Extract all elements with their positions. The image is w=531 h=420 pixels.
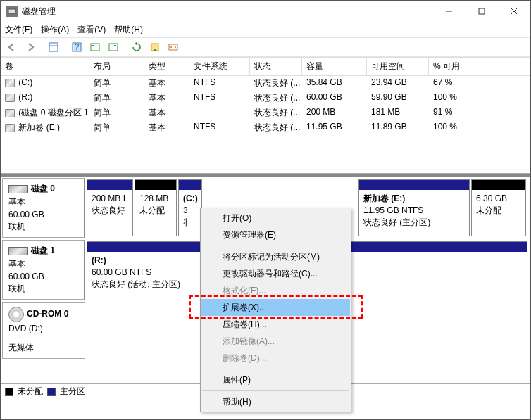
dvd-icon (8, 307, 24, 322)
ctx-format[interactable]: 格式化(F)... (201, 282, 350, 299)
menu-view[interactable]: 查看(V) (77, 24, 106, 36)
back-button[interactable] (4, 39, 20, 55)
tb-icon-7[interactable] (165, 39, 182, 55)
svg-rect-10 (92, 45, 94, 46)
ctx-open[interactable]: 打开(O) (201, 210, 350, 227)
toolbar: ? (1, 37, 530, 57)
svg-rect-14 (169, 44, 177, 50)
col-free[interactable]: 可用空间 (367, 58, 429, 75)
disk-icon (8, 185, 28, 193)
ctx-properties[interactable]: 属性(P) (201, 371, 350, 388)
partition[interactable]: 128 MB未分配 (135, 179, 177, 236)
svg-point-16 (175, 46, 176, 48)
ctx-extend[interactable]: 扩展卷(X)... (201, 299, 350, 316)
ctx-mark-active[interactable]: 将分区标记为活动分区(M) (201, 248, 350, 265)
context-menu: 打开(O) 资源管理器(E) 将分区标记为活动分区(M) 更改驱动器号和路径(C… (200, 208, 351, 412)
highlight-box (189, 295, 363, 319)
tb-icon-3[interactable] (87, 39, 104, 55)
volume-table-body: (C:)简单基本NTFS状态良好 (...35.84 GB23.94 GB67 … (1, 76, 530, 173)
tb-icon-1[interactable] (45, 39, 62, 55)
svg-rect-2 (479, 8, 485, 14)
ctx-change-path[interactable]: 更改驱动器号和路径(C)... (201, 265, 350, 282)
col-status[interactable]: 状态 (250, 58, 302, 75)
table-row[interactable]: 新加卷 (E:)简单基本NTFS状态良好 (...11.95 GB11.89 G… (1, 120, 530, 135)
legend-primary-label: 主分区 (60, 386, 85, 397)
ctx-delete[interactable]: 删除卷(D)... (201, 350, 350, 367)
forward-button[interactable] (22, 39, 39, 55)
menu-help[interactable]: 帮助(H) (114, 24, 143, 36)
col-filesystem[interactable]: 文件系统 (189, 58, 250, 75)
col-volume[interactable]: 卷 (1, 58, 89, 75)
close-button[interactable] (498, 1, 530, 22)
refresh-icon[interactable] (128, 39, 145, 55)
svg-rect-5 (49, 43, 58, 51)
partition[interactable]: 新加卷 (E:)11.95 GB NTFS状态良好 (主分区) (358, 179, 470, 236)
disk-1-label[interactable]: 磁盘 1 基本 60.00 GB 联机 (2, 240, 85, 300)
svg-rect-11 (109, 44, 118, 51)
table-row[interactable]: (R:)简单基本NTFS状态良好 (...60.00 GB59.90 GB100… (1, 91, 530, 106)
legend-unalloc-swatch (5, 388, 13, 396)
tb-icon-4[interactable] (105, 39, 122, 55)
partition[interactable]: (C:)3丬 (178, 179, 202, 236)
partition[interactable]: 6.30 GB未分配 (471, 179, 526, 236)
menubar: 文件(F) 操作(A) 查看(V) 帮助(H) (1, 22, 530, 37)
app-icon (6, 6, 18, 17)
col-capacity[interactable]: 容量 (302, 58, 367, 75)
svg-rect-0 (8, 9, 15, 13)
minimize-button[interactable] (433, 1, 466, 22)
ctx-shrink[interactable]: 压缩卷(H)... (201, 316, 350, 333)
help-icon[interactable]: ? (68, 39, 85, 55)
volume-table: 卷 布局 类型 文件系统 状态 容量 可用空间 % 可用 (C:)简单基本NTF… (1, 57, 530, 174)
svg-rect-9 (91, 44, 99, 51)
col-percent[interactable]: % 可用 (429, 58, 513, 75)
disk-0-label[interactable]: 磁盘 0 基本 60.00 GB 联机 (2, 178, 85, 238)
svg-rect-12 (114, 45, 116, 46)
legend-unalloc-label: 未分配 (18, 386, 43, 397)
disk-icon (8, 247, 28, 255)
svg-point-15 (170, 46, 172, 48)
menu-file[interactable]: 文件(F) (5, 24, 32, 36)
tb-icon-6[interactable] (146, 39, 163, 55)
window-title: 磁盘管理 (22, 6, 433, 18)
legend-primary-swatch (47, 388, 56, 396)
ctx-mirror: 添加镜像(A)... (201, 333, 350, 350)
menu-action[interactable]: 操作(A) (41, 24, 69, 36)
titlebar: 磁盘管理 (1, 1, 530, 22)
partition[interactable]: 200 MB I状态良好 (87, 179, 133, 236)
maximize-button[interactable] (466, 1, 498, 22)
col-layout[interactable]: 布局 (89, 58, 144, 75)
ctx-explorer[interactable]: 资源管理器(E) (201, 227, 350, 243)
svg-text:?: ? (75, 42, 80, 52)
cdrom-label[interactable]: CD-ROM 0 DVD (D:) 无媒体 (2, 302, 85, 359)
col-type[interactable]: 类型 (144, 58, 189, 75)
table-row[interactable]: (磁盘 0 磁盘分区 1)简单基本状态良好 (...200 MB181 MB91… (1, 106, 530, 120)
table-row[interactable]: (C:)简单基本NTFS状态良好 (...35.84 GB23.94 GB67 … (1, 76, 530, 91)
ctx-help[interactable]: 帮助(H) (201, 393, 350, 410)
volume-table-header: 卷 布局 类型 文件系统 状态 容量 可用空间 % 可用 (1, 57, 530, 76)
